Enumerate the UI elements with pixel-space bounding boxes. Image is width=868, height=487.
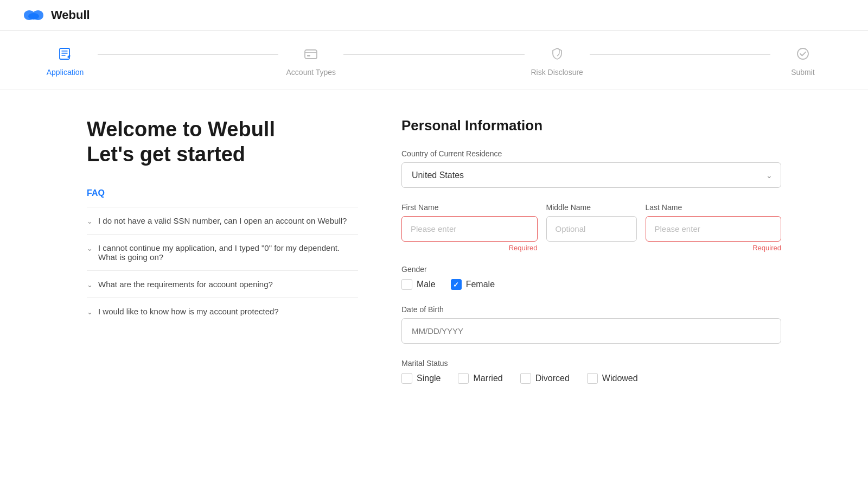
marital-single-item[interactable]: Single	[401, 373, 441, 384]
faq-label: FAQ	[87, 188, 358, 198]
main-content: Welcome to Webull Let's get started FAQ …	[54, 90, 814, 426]
last-name-input[interactable]	[646, 216, 782, 242]
step-risk-disclosure[interactable]: Risk Disclosure	[525, 44, 590, 77]
country-label: Country of Current Residence	[401, 149, 781, 158]
account-types-icon	[301, 44, 321, 64]
connector-2	[343, 54, 524, 55]
submit-icon	[793, 44, 813, 64]
first-name-group: First Name Required	[401, 203, 538, 252]
marital-married-checkbox[interactable]	[458, 373, 469, 384]
first-name-label: First Name	[401, 203, 538, 212]
faq-question-3[interactable]: ⌄ What are the requirements for account …	[87, 280, 358, 289]
marital-married-label: Married	[473, 374, 502, 383]
right-panel: Personal Information Country of Current …	[401, 117, 781, 399]
gender-male-label: Male	[417, 280, 436, 289]
country-select[interactable]: United States	[401, 162, 781, 188]
svg-rect-2	[305, 50, 317, 59]
dob-label: Date of Birth	[401, 305, 781, 314]
step-submit-label: Submit	[791, 68, 815, 77]
connector-3	[590, 54, 770, 55]
left-panel: Welcome to Webull Let's get started FAQ …	[87, 117, 358, 399]
first-name-required: Required	[401, 244, 538, 252]
marital-single-label: Single	[417, 374, 441, 383]
gender-section: Gender Male Female	[401, 265, 781, 290]
faq-question-4[interactable]: ⌄ I would like to know how is my account…	[87, 307, 358, 316]
last-name-label: Last Name	[646, 203, 782, 212]
country-field-group: Country of Current Residence United Stat…	[401, 149, 781, 188]
marital-married-item[interactable]: Married	[458, 373, 502, 384]
country-select-wrapper: United States ⌄	[401, 162, 781, 188]
step-risk-disclosure-label: Risk Disclosure	[531, 68, 583, 77]
gender-female-checkbox[interactable]	[451, 279, 462, 290]
gender-female-label: Female	[466, 280, 495, 289]
gender-options: Male Female	[401, 279, 781, 290]
marital-widowed-item[interactable]: Widowed	[587, 373, 638, 384]
logo: Webull	[22, 8, 90, 23]
marital-section: Marital Status Single Married Divorced W…	[401, 359, 781, 384]
marital-widowed-label: Widowed	[602, 374, 638, 383]
svg-point-4	[797, 48, 808, 59]
middle-name-group: Middle Name	[546, 203, 637, 252]
gender-male-checkbox[interactable]	[401, 279, 412, 290]
faq-question-2[interactable]: ⌄ I cannot continue my application, and …	[87, 243, 358, 262]
faq-chevron-2: ⌄	[87, 244, 93, 252]
dob-section: Date of Birth	[401, 305, 781, 344]
middle-name-label: Middle Name	[546, 203, 637, 212]
marital-divorced-label: Divorced	[535, 374, 570, 383]
welcome-title: Welcome to Webull Let's get started	[87, 117, 358, 167]
faq-question-1[interactable]: ⌄ I do not have a valid SSN number, can …	[87, 216, 358, 225]
marital-divorced-checkbox[interactable]	[520, 373, 531, 384]
faq-item-2[interactable]: ⌄ I cannot continue my application, and …	[87, 234, 358, 270]
name-fields-row: First Name Required Middle Name Last Nam…	[401, 203, 781, 252]
risk-disclosure-icon	[547, 44, 567, 64]
faq-chevron-4: ⌄	[87, 308, 93, 316]
last-name-group: Last Name Required	[646, 203, 782, 252]
name-fields-group: First Name Required Middle Name Last Nam…	[401, 203, 781, 252]
logo-text: Webull	[51, 8, 90, 22]
marital-label: Marital Status	[401, 359, 781, 368]
section-title: Personal Information	[401, 117, 781, 134]
marital-options: Single Married Divorced Widowed	[401, 373, 781, 384]
dob-input[interactable]	[401, 318, 781, 344]
gender-female-item[interactable]: Female	[451, 279, 495, 290]
svg-rect-3	[307, 55, 310, 56]
step-account-types[interactable]: Account Types	[278, 44, 343, 77]
step-submit[interactable]: Submit	[770, 44, 835, 77]
middle-name-input[interactable]	[546, 216, 637, 242]
step-application[interactable]: Application	[33, 44, 98, 77]
faq-item-4[interactable]: ⌄ I would like to know how is my account…	[87, 298, 358, 325]
svg-point-0	[28, 13, 39, 20]
faq-chevron-1: ⌄	[87, 217, 93, 225]
webull-logo-icon	[22, 8, 46, 23]
last-name-required: Required	[646, 244, 782, 252]
marital-widowed-checkbox[interactable]	[587, 373, 598, 384]
gender-label: Gender	[401, 265, 781, 274]
first-name-input[interactable]	[401, 216, 538, 242]
faq-chevron-3: ⌄	[87, 281, 93, 289]
header: Webull	[0, 0, 868, 31]
marital-single-checkbox[interactable]	[401, 373, 412, 384]
marital-divorced-item[interactable]: Divorced	[520, 373, 570, 384]
application-icon	[55, 44, 75, 64]
step-account-types-label: Account Types	[286, 68, 336, 77]
connector-1	[98, 54, 278, 55]
step-application-label: Application	[47, 68, 84, 77]
faq-item-1[interactable]: ⌄ I do not have a valid SSN number, can …	[87, 207, 358, 234]
progress-bar: Application Account Types Risk Disclosur…	[0, 31, 868, 90]
gender-male-item[interactable]: Male	[401, 279, 436, 290]
faq-item-3[interactable]: ⌄ What are the requirements for account …	[87, 270, 358, 298]
